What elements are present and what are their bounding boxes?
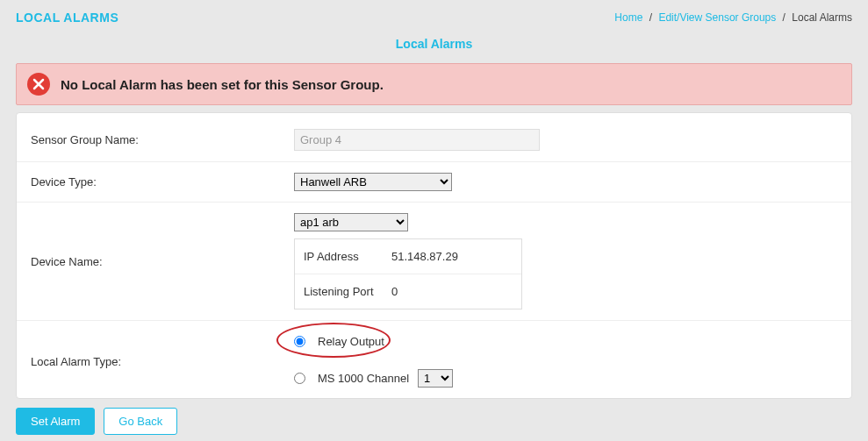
device-type-select[interactable]: Hanwell ARB bbox=[294, 173, 452, 191]
breadcrumb-sep: / bbox=[783, 11, 786, 24]
set-alarm-button[interactable]: Set Alarm bbox=[16, 408, 95, 435]
ms1000-channel-select[interactable]: 1 bbox=[418, 369, 453, 388]
breadcrumb-home[interactable]: Home bbox=[614, 11, 642, 24]
sensor-group-label: Sensor Group Name: bbox=[31, 133, 294, 146]
breadcrumb-groups[interactable]: Edit/View Sensor Groups bbox=[658, 11, 776, 24]
device-name-select[interactable]: ap1 arb bbox=[294, 213, 408, 231]
relay-output-radio[interactable] bbox=[294, 336, 305, 347]
page-title: LOCAL ALARMS bbox=[16, 11, 118, 25]
relay-output-label: Relay Output bbox=[318, 335, 384, 348]
breadcrumb-current: Local Alarms bbox=[792, 11, 852, 24]
alert-banner: No Local Alarm has been set for this Sen… bbox=[16, 63, 852, 105]
device-type-label: Device Type: bbox=[31, 175, 294, 188]
ip-address-value: 51.148.87.29 bbox=[391, 250, 458, 263]
breadcrumb-sep: / bbox=[649, 11, 652, 24]
error-icon bbox=[27, 73, 50, 96]
sensor-group-input bbox=[294, 129, 540, 151]
go-back-button[interactable]: Go Back bbox=[104, 408, 177, 435]
ip-address-label: IP Address bbox=[304, 250, 391, 263]
form-card: Sensor Group Name: Device Type: Hanwell … bbox=[16, 112, 852, 399]
alert-message: No Local Alarm has been set for this Sen… bbox=[61, 77, 384, 92]
listening-port-label: Listening Port bbox=[304, 285, 391, 298]
ms1000-option[interactable]: MS 1000 Channel 1 bbox=[294, 369, 453, 388]
ms1000-label: MS 1000 Channel bbox=[318, 372, 409, 385]
alarm-type-label: Local Alarm Type: bbox=[31, 355, 294, 368]
listening-port-value: 0 bbox=[391, 285, 398, 298]
breadcrumb: Home / Edit/View Sensor Groups / Local A… bbox=[614, 11, 852, 24]
device-info-box: IP Address 51.148.87.29 Listening Port 0 bbox=[294, 238, 522, 309]
ms1000-radio[interactable] bbox=[294, 373, 305, 384]
device-name-label: Device Name: bbox=[31, 255, 294, 268]
relay-output-option[interactable]: Relay Output bbox=[294, 335, 453, 348]
subheader: Local Alarms bbox=[16, 37, 852, 51]
